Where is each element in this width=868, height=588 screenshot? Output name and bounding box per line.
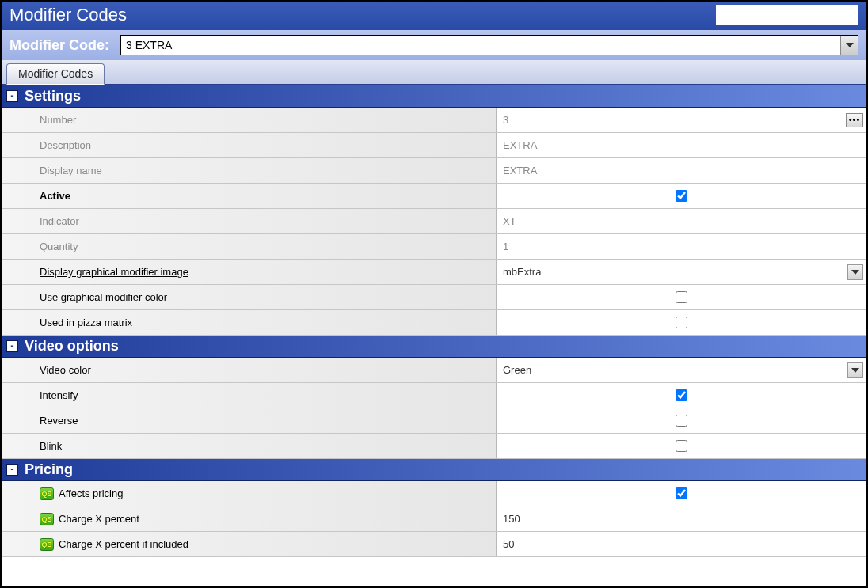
checkbox-used-in-pizza[interactable] xyxy=(676,317,687,328)
section-header-settings[interactable]: - Settings xyxy=(2,85,866,108)
value-number-text: 3 xyxy=(503,114,508,126)
label-description: Description xyxy=(2,133,497,157)
value-reverse xyxy=(497,408,866,433)
label-indicator: Indicator xyxy=(2,209,497,233)
modifier-code-input[interactable] xyxy=(121,36,840,55)
section-header-video[interactable]: - Video options xyxy=(2,336,866,358)
checkbox-intensify[interactable] xyxy=(676,389,687,401)
collapse-icon[interactable]: - xyxy=(6,340,18,352)
dropdown-button-graphical-image[interactable] xyxy=(847,264,863,280)
row-blink: Blink xyxy=(2,434,866,459)
label-charge-x-percent-included: QS Charge X percent if included xyxy=(2,532,497,556)
row-charge-x-percent: QS Charge X percent 150 xyxy=(2,506,866,532)
checkbox-reverse[interactable] xyxy=(676,415,687,427)
qs-icon: QS xyxy=(40,513,54,525)
row-number: Number 3 ••• xyxy=(2,108,866,133)
value-video-color[interactable]: Green xyxy=(497,358,866,382)
modifier-code-dropdown-button[interactable] xyxy=(840,36,858,55)
value-used-in-pizza xyxy=(497,310,866,335)
value-display-name[interactable]: EXTRA xyxy=(497,158,866,183)
row-graphical-image: Display graphical modifier image mbExtra xyxy=(2,260,866,285)
dropdown-button-video-color[interactable] xyxy=(847,362,863,378)
label-intensify: Intensify xyxy=(2,383,497,408)
qs-icon: QS xyxy=(40,538,54,551)
value-graphical-image[interactable]: mbExtra xyxy=(497,260,866,284)
label-affects-pricing-text: Affects pricing xyxy=(59,487,123,499)
label-number: Number xyxy=(2,108,497,132)
value-intensify xyxy=(497,383,866,408)
label-display-name: Display name xyxy=(2,158,497,183)
value-charge-x-percent-included[interactable]: 50 xyxy=(497,532,866,556)
qs-icon: QS xyxy=(40,487,54,500)
selector-bar: Modifier Code: xyxy=(2,30,866,60)
row-intensify: Intensify xyxy=(2,383,866,408)
checkbox-use-graphical-color[interactable] xyxy=(676,291,687,303)
checkbox-active[interactable] xyxy=(676,190,687,202)
row-description: Description EXTRA xyxy=(2,133,866,158)
label-video-color: Video color xyxy=(2,358,497,382)
section-title-settings: Settings xyxy=(25,88,81,104)
row-reverse: Reverse xyxy=(2,408,866,434)
title-bar: Modifier Codes xyxy=(2,2,866,30)
section-title-pricing: Pricing xyxy=(25,461,73,478)
label-used-in-pizza: Used in pizza matrix xyxy=(2,310,497,335)
label-charge-x-percent-included-text: Charge X percent if included xyxy=(59,538,188,550)
label-affects-pricing: QS Affects pricing xyxy=(2,481,497,506)
label-active: Active xyxy=(2,184,497,208)
modifier-code-label: Modifier Code: xyxy=(10,37,109,54)
value-blink xyxy=(497,434,866,458)
value-indicator[interactable]: XT xyxy=(497,209,866,233)
collapse-icon[interactable]: - xyxy=(6,90,18,102)
row-display-name: Display name EXTRA xyxy=(2,158,866,184)
row-affects-pricing: QS Affects pricing xyxy=(2,481,866,506)
value-charge-x-percent[interactable]: 150 xyxy=(497,506,866,531)
row-quantity: Quantity 1 xyxy=(2,234,866,260)
label-charge-x-percent: QS Charge X percent xyxy=(2,506,497,531)
titlebar-search-input[interactable] xyxy=(716,5,858,25)
value-active xyxy=(497,184,866,208)
value-quantity[interactable]: 1 xyxy=(497,234,866,259)
tab-strip: Modifier Codes xyxy=(2,60,866,85)
value-video-color-text: Green xyxy=(503,364,531,376)
chevron-down-icon xyxy=(851,368,859,373)
tab-modifier-codes[interactable]: Modifier Codes xyxy=(6,63,105,85)
row-used-in-pizza: Used in pizza matrix xyxy=(2,310,866,336)
row-indicator: Indicator XT xyxy=(2,209,866,234)
window-frame: Modifier Codes Modifier Code: Modifier C… xyxy=(0,0,868,588)
value-affects-pricing xyxy=(497,481,866,506)
value-description[interactable]: EXTRA xyxy=(497,133,866,157)
label-charge-x-percent-text: Charge X percent xyxy=(59,513,139,525)
chevron-down-icon xyxy=(846,43,854,47)
label-use-graphical-color: Use graphical modifier color xyxy=(2,285,497,309)
chevron-down-icon xyxy=(851,270,859,275)
row-charge-x-percent-included: QS Charge X percent if included 50 xyxy=(2,532,866,557)
value-number[interactable]: 3 ••• xyxy=(497,108,866,132)
section-header-pricing[interactable]: - Pricing xyxy=(2,459,866,481)
checkbox-affects-pricing[interactable] xyxy=(676,487,687,499)
collapse-icon[interactable]: - xyxy=(6,464,18,476)
section-title-video: Video options xyxy=(25,338,119,355)
label-reverse: Reverse xyxy=(2,408,497,433)
value-graphical-image-text: mbExtra xyxy=(503,266,541,278)
window-title: Modifier Codes xyxy=(10,5,716,25)
label-blink: Blink xyxy=(2,434,497,458)
checkbox-blink[interactable] xyxy=(676,440,687,452)
label-graphical-image[interactable]: Display graphical modifier image xyxy=(2,260,497,284)
ellipsis-button[interactable]: ••• xyxy=(846,113,863,127)
modifier-code-combobox[interactable] xyxy=(120,35,858,55)
content-area: - Settings Number 3 ••• Description EXTR… xyxy=(2,85,866,586)
value-use-graphical-color xyxy=(497,285,866,309)
row-use-graphical-color: Use graphical modifier color xyxy=(2,285,866,310)
row-active: Active xyxy=(2,184,866,209)
label-quantity: Quantity xyxy=(2,234,497,259)
row-video-color: Video color Green xyxy=(2,358,866,383)
